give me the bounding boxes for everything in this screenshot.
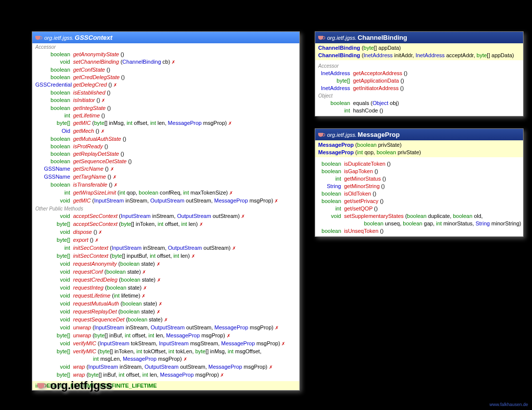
method-row: byte[]unwrap (byte[] inBuf, int offset, … <box>32 332 299 340</box>
method-row: byte[]verifyMIC (byte[] inToken, int tok… <box>32 348 299 355</box>
method-row: booleanisEstablished () <box>32 89 299 97</box>
method-row: booleanisUnseqToken () <box>315 227 523 235</box>
method-row: byte[]initSecContext (byte[] inputBuf, i… <box>32 252 299 260</box>
class-name: MessageProp <box>357 131 400 138</box>
method-row: voidrequestLifetime (int lifetime) ✗ <box>32 292 299 300</box>
method-row: voidrequestSequenceDet (boolean state) ✗ <box>32 316 299 324</box>
gsscontext-card: org.ietf.jgss. GSSContext Accessor boole… <box>32 31 300 391</box>
constructor-row: MessageProp (int qop, boolean privState) <box>315 149 523 156</box>
method-row: InetAddressgetInitiatorAddress () <box>315 85 523 92</box>
method-row-cont: int msgLen, MessageProp msgProp) ✗ <box>32 355 299 363</box>
method-row: booleangetAnonymityState () <box>32 51 299 58</box>
footer-link[interactable]: www.falkhausen.de <box>489 402 528 407</box>
method-row: voidacceptSecContext (InputStream inStre… <box>32 212 299 220</box>
method-row: voidrequestReplayDet (boolean state) ✗ <box>32 308 299 316</box>
method-row: InetAddressgetAcceptorAddress () <box>315 70 523 77</box>
package-label: org.ietf.jgss <box>37 379 112 392</box>
section-accessor: Accessor <box>32 43 299 51</box>
constructor-row: MessageProp (boolean privState) <box>315 141 523 149</box>
method-row: intinitSecContext (InputStream inStream,… <box>32 244 299 252</box>
method-row: booleanequals (Object obj) <box>315 100 523 107</box>
card-header: org.ietf.jgss. MessageProp <box>315 129 523 140</box>
method-row: booleanisDuplicateToken () <box>315 160 523 168</box>
method-row: voidwrap (InputStream inStream, OutputSt… <box>32 363 299 371</box>
method-row: voidunwrap (InputStream inStream, Output… <box>32 324 299 332</box>
section-accessor: Accessor <box>315 62 523 70</box>
card-header: org.ietf.jgss. GSSContext <box>32 32 299 43</box>
method-row: booleanisProtReady () <box>32 143 299 150</box>
method-row: StringgetMinorString () <box>315 183 523 190</box>
method-row: GSSNamegetSrcName () ✗ <box>32 165 299 173</box>
method-row: voidrequestConf (boolean state) ✗ <box>32 268 299 276</box>
method-row: voidgetMIC (InputStream inStream, Output… <box>32 197 299 205</box>
method-row: booleangetConfState () <box>32 66 299 74</box>
method-row: byte[]export () ✗ <box>32 236 299 244</box>
package-name: org.ietf.jgss. <box>327 35 356 41</box>
method-row: intgetLifetime () <box>32 112 299 119</box>
method-row: booleanisTransferable () ✗ <box>32 181 299 189</box>
method-row: byte[]acceptSecContext (byte[] inToken, … <box>32 220 299 228</box>
method-row: byte[]getMIC (byte[] inMsg, int offset, … <box>32 119 299 127</box>
section-other: Other Public Methods <box>32 205 299 212</box>
method-row: voiddispose () ✗ <box>32 228 299 236</box>
method-row: voidrequestCredDeleg (boolean state) ✗ <box>32 276 299 284</box>
channelbinding-card: org.ietf.jgss. ChannelBinding ChannelBin… <box>315 31 524 116</box>
section-object: Object <box>315 92 523 100</box>
card-header: org.ietf.jgss. ChannelBinding <box>315 32 523 43</box>
method-row: GSSNamegetTargName () ✗ <box>32 173 299 181</box>
method-row: booleangetMutualAuthState () <box>32 135 299 143</box>
method-row: GSSCredentialgetDelegCred () ✗ <box>32 81 299 89</box>
package-name: org.ietf.jgss. <box>44 35 74 41</box>
java-icon <box>318 132 325 138</box>
method-row: booleangetReplayDetState () <box>32 150 299 158</box>
method-row: booleanisGapToken () <box>315 168 523 175</box>
method-row: booleanget/setPrivacy () <box>315 198 523 205</box>
method-row: intgetMinorStatus () <box>315 175 523 183</box>
messageprop-card: org.ietf.jgss. MessageProp MessageProp (… <box>315 128 524 237</box>
method-row: inthashCode () <box>315 107 523 114</box>
method-row: OidgetMech () ✗ <box>32 127 299 135</box>
constructor-row: ChannelBinding (InetAddress initAddr, In… <box>315 52 523 59</box>
method-row: voidverifyMIC (InputStream tokStream, In… <box>32 340 299 348</box>
method-row-cont: boolean unseq, boolean gap, int minorSta… <box>315 220 523 227</box>
method-row: byte[]getApplicationData () <box>315 77 523 85</box>
class-name: ChannelBinding <box>357 34 407 41</box>
method-row: voidrequestInteg (boolean state) ✗ <box>32 284 299 292</box>
java-icon <box>37 382 47 390</box>
method-row: intgetWrapSizeLimit (int qop, boolean co… <box>32 189 299 197</box>
class-name: GSSContext <box>75 34 112 41</box>
constructor-row: ChannelBinding (byte[] appData) <box>315 44 523 52</box>
method-row: booleanisOldToken () <box>315 190 523 198</box>
method-row: booleanisInitiator () ✗ <box>32 97 299 104</box>
method-row: intget/setQOP () <box>315 205 523 212</box>
method-row: byte[]wrap (byte[] inBuf, int offset, in… <box>32 371 299 379</box>
method-row: voidsetSupplementaryStates (boolean dupl… <box>315 212 523 220</box>
method-row: booleangetCredDelegState () <box>32 74 299 81</box>
method-row: booleangetSequenceDetState () <box>32 158 299 165</box>
method-row: booleangetIntegState () <box>32 104 299 112</box>
method-row: voidsetChannelBinding (ChannelBinding cb… <box>32 58 299 66</box>
package-name: org.ietf.jgss. <box>327 132 356 138</box>
java-icon <box>318 35 325 41</box>
method-row: voidrequestMutualAuth (boolean state) ✗ <box>32 300 299 308</box>
method-row: voidrequestAnonymity (boolean state) ✗ <box>32 260 299 268</box>
java-icon <box>35 35 42 41</box>
